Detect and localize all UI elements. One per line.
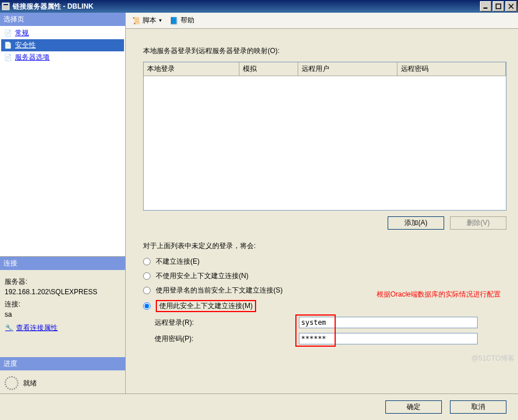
radio-no-connect[interactable] [143,258,151,265]
help-button[interactable]: 📘 帮助 [167,14,197,27]
right-panel: 📜 脚本 ▼ 📘 帮助 本地服务器登录到远程服务器登录的映射(O): 本地登录 … [126,13,518,393]
close-button[interactable] [505,1,517,12]
cancel-button[interactable]: 取消 [450,400,506,414]
toolbar: 📜 脚本 ▼ 📘 帮助 [126,13,518,29]
ok-button[interactable]: 确定 [385,400,442,414]
connection-section: 服务器: 192.168.1.202\SQLEXPRESS 连接: sa 🔧 查… [0,270,125,336]
select-page-header: 选择页 [0,13,125,26]
view-connection-text: 查看连接属性 [16,323,58,333]
ready-label: 就绪 [23,378,37,388]
col-impersonate: 模拟 [239,62,298,76]
radio-no-connect-label: 不建立连接(E) [156,257,200,267]
connection-header: 连接 [0,257,125,270]
add-button[interactable]: 添加(A) [388,216,444,230]
server-label: 服务器: [5,277,121,287]
progress-header: 进度 [0,357,125,370]
radio-no-security-label: 不使用安全上下文建立连接(N) [156,271,249,281]
left-panel: 选择页 📄 常规 📄 安全性 📄 服务器选项 连接 服务器: 192.168.1… [0,13,126,393]
script-icon: 📜 [132,16,141,25]
chevron-down-icon: ▼ [158,18,163,23]
col-remote-password: 远程密码 [397,62,506,76]
nav-item-server-options[interactable]: 📄 服务器选项 [1,51,124,63]
minimize-button[interactable] [480,1,491,12]
window-controls [480,1,517,12]
col-remote-user: 远程用户 [298,62,397,76]
view-connection-link[interactable]: 🔧 查看连接属性 [5,323,58,333]
conn-value: sa [5,310,121,318]
mapping-grid[interactable]: 本地登录 模拟 远程用户 远程密码 [143,62,506,211]
mapping-label: 本地服务器登录到远程服务器登录的映射(O): [143,46,506,56]
main-content: 本地服务器登录到远程服务器登录的映射(O): 本地登录 模拟 远程用户 远程密码… [126,29,518,393]
watermark: @51CTO博客 [471,354,515,363]
script-label: 脚本 [142,16,156,25]
page-icon: 📄 [3,41,13,50]
radio-current-security[interactable] [143,287,151,294]
svg-rect-0 [2,3,9,10]
nav-label: 服务器选项 [15,52,50,62]
grid-header: 本地登录 模拟 远程用户 远程密码 [144,62,506,76]
password-label: 使用密码(P): [155,334,293,344]
radio-this-security[interactable] [143,302,151,310]
titlebar: 链接服务器属性 - DBLINK [0,0,518,13]
red-annotation: 根据Oracle端数据库的实际情况进行配置 [377,290,501,299]
help-label: 帮助 [181,16,194,25]
radio-no-security-row[interactable]: 不使用安全上下文建立连接(N) [143,271,506,281]
app-icon [1,2,10,11]
radio-current-security-label: 使用登录名的当前安全上下文建立连接(S) [156,286,283,295]
spinner-icon [5,376,18,390]
properties-icon: 🔧 [5,324,14,333]
help-icon: 📘 [170,16,179,25]
server-value: 192.168.1.202\SQLEXPRESS [5,288,121,296]
nav-label: 安全性 [15,40,36,50]
remote-login-input[interactable] [299,317,478,328]
svg-rect-1 [3,4,8,5]
radio-no-security[interactable] [143,272,151,280]
delete-button[interactable]: 删除(V) [450,216,506,230]
remote-login-label: 远程登录(R): [155,318,293,328]
page-icon: 📄 [3,29,13,38]
nav-item-security[interactable]: 📄 安全性 [1,39,124,51]
col-local-login: 本地登录 [144,62,239,76]
progress-section: 就绪 [0,370,125,393]
radio-no-connect-row[interactable]: 不建立连接(E) [143,257,506,267]
nav-list: 📄 常规 📄 安全性 📄 服务器选项 [0,26,125,257]
svg-rect-3 [496,4,501,9]
password-input[interactable] [299,333,478,344]
undefined-login-label: 对于上面列表中未定义的登录，将会: [143,241,506,251]
script-dropdown[interactable]: 📜 脚本 ▼ [129,14,165,27]
radio-this-security-row[interactable]: 使用此安全上下文建立连接(M) [143,300,506,312]
radio-this-security-label: 使用此安全上下文建立连接(M) [156,300,256,312]
dialog-footer: 确定 取消 [0,393,518,420]
window-title: 链接服务器属性 - DBLINK [13,2,480,12]
nav-item-general[interactable]: 📄 常规 [1,27,124,39]
conn-label: 连接: [5,299,121,309]
maximize-button[interactable] [493,1,504,12]
svg-rect-2 [483,7,487,9]
page-icon: 📄 [3,53,13,62]
nav-label: 常规 [15,28,29,38]
